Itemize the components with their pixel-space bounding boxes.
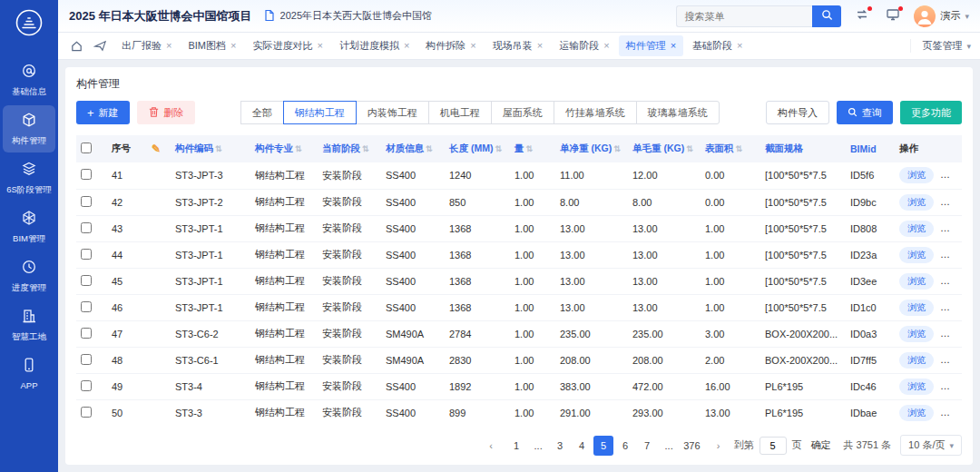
- browse-button[interactable]: 浏览: [899, 352, 934, 369]
- column-header-length[interactable]: 长度 (MM)⇅: [445, 135, 510, 162]
- filter-tab[interactable]: 全部: [240, 101, 284, 124]
- filter-tab[interactable]: 机电工程: [428, 101, 492, 124]
- row-checkbox[interactable]: [81, 222, 92, 233]
- row-checkbox[interactable]: [81, 249, 92, 260]
- page-button[interactable]: 6: [615, 436, 635, 456]
- row-checkbox[interactable]: [81, 380, 92, 391]
- page-button[interactable]: 5: [593, 436, 613, 456]
- filter-tab[interactable]: 屋面系统: [491, 101, 554, 124]
- page-button[interactable]: 4: [572, 436, 592, 456]
- user-menu[interactable]: 演示 ▾: [914, 5, 969, 27]
- close-icon[interactable]: ×: [166, 41, 172, 51]
- row-checkbox[interactable]: [81, 354, 92, 365]
- sidebar-item-component-mgmt[interactable]: 构件管理: [3, 105, 55, 152]
- browse-button[interactable]: 浏览: [899, 273, 934, 290]
- page-button[interactable]: ...: [528, 436, 548, 456]
- row-checkbox[interactable]: [81, 301, 92, 312]
- close-icon[interactable]: ×: [230, 41, 236, 51]
- edit-button[interactable]: 编辑: [940, 352, 962, 369]
- more-functions-button[interactable]: 更多功能: [900, 101, 962, 124]
- page-button[interactable]: 376: [681, 436, 702, 456]
- row-checkbox[interactable]: [81, 275, 92, 286]
- search-button[interactable]: [812, 5, 841, 27]
- page-button[interactable]: ...: [659, 436, 679, 456]
- edit-button[interactable]: 编辑: [940, 167, 962, 183]
- column-header-specialty[interactable]: 构件专业⇅: [250, 135, 318, 162]
- browse-button[interactable]: 浏览: [899, 194, 934, 211]
- edit-button[interactable]: 编辑: [940, 194, 962, 211]
- browse-button[interactable]: 浏览: [899, 405, 934, 421]
- column-header-material[interactable]: 材质信息⇅: [381, 135, 445, 162]
- tab[interactable]: 基础阶段 ×: [685, 35, 750, 56]
- column-header-qty[interactable]: 量⇅: [510, 135, 555, 162]
- page-button[interactable]: 1: [506, 436, 526, 456]
- column-header-code[interactable]: 构件编码⇅: [171, 135, 250, 162]
- edit-button[interactable]: 编辑: [940, 326, 962, 342]
- new-button[interactable]: + 新建: [76, 101, 130, 124]
- sidebar-item-6s-stage-mgmt[interactable]: 6S阶段管理: [3, 154, 55, 202]
- tab[interactable]: 现场吊装 ×: [485, 35, 550, 56]
- row-checkbox[interactable]: [81, 407, 92, 418]
- sidebar-item-progress-mgmt[interactable]: 进度管理: [3, 252, 55, 300]
- next-page-button[interactable]: ›: [709, 436, 729, 456]
- import-button[interactable]: 构件导入: [766, 101, 829, 124]
- message-icon-button[interactable]: [883, 6, 903, 26]
- browse-button[interactable]: 浏览: [899, 300, 934, 316]
- browse-button[interactable]: 浏览: [899, 247, 934, 263]
- project-switcher[interactable]: 2025年日本关西大阪世博会中国馆: [263, 9, 432, 24]
- send-icon[interactable]: [91, 37, 109, 55]
- row-checkbox[interactable]: [81, 328, 92, 339]
- tab[interactable]: BIM图档 ×: [181, 35, 243, 56]
- home-icon[interactable]: [67, 37, 85, 55]
- tab[interactable]: 出厂报验 ×: [114, 35, 179, 56]
- edit-button[interactable]: 编辑: [940, 273, 962, 290]
- edit-button[interactable]: 编辑: [940, 221, 962, 237]
- filter-tab[interactable]: 玻璃幕墙系统: [636, 101, 720, 124]
- tab[interactable]: 运输阶段 ×: [552, 35, 616, 56]
- tab[interactable]: 构件管理 ×: [619, 35, 683, 56]
- tab-manage-button[interactable]: 页签管理 ▾: [910, 39, 971, 53]
- page-button[interactable]: 7: [637, 436, 657, 456]
- close-icon[interactable]: ×: [603, 41, 609, 51]
- query-button[interactable]: 查询: [837, 101, 893, 124]
- page-size-select[interactable]: 10 条/页 ▾: [900, 435, 962, 456]
- sidebar-item-app[interactable]: APP: [3, 350, 55, 396]
- tab[interactable]: 实际进度对比 ×: [245, 35, 329, 56]
- sidebar-item-basic-info[interactable]: 基础信息: [3, 56, 55, 103]
- column-header-stage[interactable]: 当前阶段⇅: [318, 135, 381, 162]
- tab[interactable]: 构件拆除 ×: [418, 35, 483, 56]
- goto-page-input[interactable]: [760, 437, 787, 455]
- edit-button[interactable]: 编辑: [940, 379, 962, 395]
- sidebar-item-smart-site[interactable]: 智慧工地: [3, 301, 55, 349]
- confirm-page-button[interactable]: 确定: [811, 438, 831, 452]
- page-button[interactable]: 3: [550, 436, 570, 456]
- column-header-gross-weight[interactable]: 单毛重 (KG)⇅: [628, 135, 701, 162]
- row-checkbox[interactable]: [81, 169, 92, 180]
- close-icon[interactable]: ×: [537, 41, 543, 51]
- close-icon[interactable]: ×: [317, 41, 322, 51]
- browse-button[interactable]: 浏览: [899, 221, 934, 237]
- delete-button[interactable]: 删除: [137, 101, 195, 124]
- browse-button[interactable]: 浏览: [899, 167, 934, 183]
- close-icon[interactable]: ×: [671, 41, 676, 51]
- column-header-surface-area[interactable]: 表面积⇅: [701, 135, 760, 162]
- filter-tab[interactable]: 竹挂幕墙系统: [554, 101, 637, 124]
- close-icon[interactable]: ×: [737, 41, 742, 51]
- browse-button[interactable]: 浏览: [899, 326, 934, 342]
- close-icon[interactable]: ×: [404, 41, 409, 51]
- column-header-net-weight[interactable]: 单净重 (KG)⇅: [555, 135, 628, 162]
- row-checkbox[interactable]: [81, 196, 92, 207]
- filter-tab[interactable]: 钢结构工程: [283, 101, 357, 124]
- edit-button[interactable]: 编辑: [940, 247, 962, 263]
- search-input[interactable]: [676, 5, 812, 27]
- close-icon[interactable]: ×: [470, 41, 475, 51]
- switch-project-icon-button[interactable]: [852, 6, 872, 26]
- sidebar-item-bim-mgmt[interactable]: BIM管理: [3, 203, 55, 251]
- prev-page-button[interactable]: ‹: [481, 436, 501, 456]
- select-all-checkbox[interactable]: [81, 143, 92, 153]
- edit-button[interactable]: 编辑: [940, 300, 962, 316]
- tab[interactable]: 计划进度模拟 ×: [332, 35, 416, 56]
- column-header-edit[interactable]: ✎: [147, 135, 171, 162]
- browse-button[interactable]: 浏览: [899, 379, 934, 395]
- edit-button[interactable]: 编辑: [940, 405, 962, 421]
